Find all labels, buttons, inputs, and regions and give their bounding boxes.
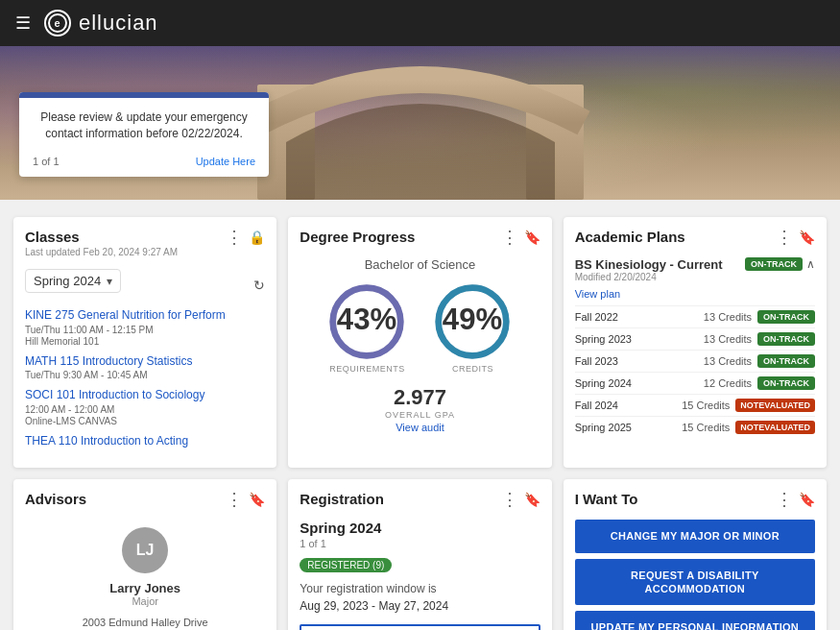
degree-progress-card-icons: ⋮ 🔖: [501, 229, 540, 246]
semester-chevron-icon: ▾: [107, 275, 112, 288]
hero-image: Please review & update your emergency co…: [0, 46, 840, 200]
credits-circle-container: 49% CREDITS: [434, 283, 511, 374]
degree-progress-card-body: Bachelor of Science 43% REQUIREMENTS: [288, 250, 551, 445]
registration-bookmark-icon[interactable]: 🔖: [524, 492, 540, 507]
semester-selector[interactable]: Spring 2024 ▾: [25, 269, 121, 293]
plan-term-row: Fall 2024 15 Credits NOTEVALUATED: [575, 394, 815, 416]
iwant-card-header: I Want To ⋮ 🔖: [564, 479, 827, 512]
class-link[interactable]: KINE 275 General Nutrition for Perform: [25, 308, 265, 324]
classes-refresh-icon[interactable]: ↻: [253, 278, 265, 293]
advisors-card-body: LJ Larry Jones Major 2003 Edmund Halley …: [13, 512, 276, 630]
hero-arch-svg: [228, 65, 612, 200]
plan-term-credits: 12 Credits: [704, 377, 752, 389]
plan-term-right: 15 Credits NOTEVALUATED: [682, 421, 815, 434]
classes-lock-icon: 🔒: [249, 230, 265, 245]
academic-plans-card-title: Academic Plans: [575, 229, 685, 245]
plan-term-credits: 15 Credits: [682, 400, 730, 411]
academic-plans-bookmark-icon[interactable]: 🔖: [799, 230, 815, 245]
plan-term-credits: 15 Credits: [682, 422, 730, 433]
app-name: ellucian: [79, 11, 158, 36]
view-audit-link[interactable]: View audit: [300, 422, 540, 433]
plan-term-label: Spring 2024: [575, 377, 632, 389]
hamburger-menu-icon[interactable]: ☰: [15, 12, 31, 34]
plan-term-label: Spring 2025: [575, 422, 632, 433]
plan-collapse-icon[interactable]: ∧: [806, 257, 815, 271]
plan-term-label: Fall 2024: [575, 400, 618, 411]
classes-card-header: Classes Last updated Feb 20, 2024 9:27 A…: [13, 217, 276, 261]
svg-text:49%: 49%: [443, 303, 502, 336]
advisors-card-icons: ⋮ 🔖: [226, 491, 265, 508]
registration-card-header: Registration ⋮ 🔖: [288, 479, 551, 512]
classes-menu-icon[interactable]: ⋮: [226, 229, 243, 246]
advisors-card-header: Advisors ⋮ 🔖: [13, 479, 276, 512]
plan-term-label: Fall 2022: [575, 311, 618, 323]
plan-term-status-badge: NOTEVALUATED: [735, 399, 815, 412]
iwant-card-body: CHANGE MY MAJOR OR MINORREQUEST A DISABI…: [564, 512, 827, 630]
iwant-button-1[interactable]: REQUEST A DISABILITY ACCOMMODATION: [575, 559, 815, 606]
plan-term-row: Spring 2024 12 Credits ON-TRACK: [575, 372, 815, 394]
iwant-menu-icon[interactable]: ⋮: [776, 491, 793, 508]
view-plan-link[interactable]: View plan: [575, 288, 815, 300]
class-list-item: MATH 115 Introductory Statistics Tue/Thu…: [25, 354, 265, 381]
degree-progress-bookmark-icon[interactable]: 🔖: [524, 230, 540, 245]
plan-term-credits: 13 Credits: [704, 311, 752, 323]
requirements-chart: 43%: [328, 283, 405, 360]
notification-update-link[interactable]: Update Here: [196, 156, 255, 167]
semester-label: Spring 2024: [34, 274, 101, 288]
classes-card-body: Spring 2024 ▾ ↻ KINE 275 General Nutriti…: [13, 261, 276, 468]
iwant-button-2[interactable]: UPDATE MY PERSONAL INFORMATION: [575, 611, 815, 630]
app-logo: e ellucian: [44, 10, 158, 36]
classes-card-icons: ⋮ 🔒: [226, 229, 265, 246]
plan-term-row: Spring 2023 13 Credits ON-TRACK: [575, 327, 815, 350]
ellucian-logo-icon: e: [44, 10, 71, 36]
plan-term-right: 15 Credits NOTEVALUATED: [682, 399, 815, 412]
degree-progress-menu-icon[interactable]: ⋮: [501, 229, 518, 246]
registration-card-title: Registration: [300, 491, 384, 507]
advisor-initials: LJ: [136, 542, 155, 559]
plan-term-right: 12 Credits ON-TRACK: [704, 376, 815, 390]
plan-term-row: Fall 2022 13 Credits ON-TRACK: [575, 305, 815, 327]
academic-plans-card-header: Academic Plans ⋮ 🔖: [564, 217, 827, 250]
plan-modified: Modified 2/20/2024: [575, 272, 723, 282]
requirements-circle-container: 43% REQUIREMENTS: [328, 283, 405, 374]
svg-text:e: e: [54, 17, 60, 29]
iwant-bookmark-icon[interactable]: 🔖: [799, 492, 815, 507]
advisor-name: Larry Jones: [25, 581, 265, 595]
notification-footer: 1 of 1 Update Here: [19, 150, 269, 177]
advisors-bookmark-icon[interactable]: 🔖: [249, 492, 265, 507]
iwant-button-0[interactable]: CHANGE MY MAJOR OR MINOR: [575, 520, 815, 552]
plan-term-credits: 13 Credits: [704, 333, 752, 345]
class-list-item: KINE 275 General Nutrition for Perform T…: [25, 308, 265, 347]
plan-term-status-badge: ON-TRACK: [757, 354, 815, 368]
class-location: Online-LMS CANVAS: [25, 416, 265, 426]
academic-plans-menu-icon[interactable]: ⋮: [776, 229, 793, 246]
registration-card-body: Spring 2024 1 of 1 REGISTERED (9) Your r…: [288, 512, 551, 630]
notification-card: Please review & update your emergency co…: [19, 92, 269, 177]
degree-progress-card-title: Degree Progress: [300, 229, 415, 245]
degree-progress-card: Degree Progress ⋮ 🔖 Bachelor of Science …: [288, 217, 551, 468]
iwant-card-title: I Want To: [575, 491, 638, 507]
iwant-card-icons: ⋮ 🔖: [776, 491, 815, 508]
degree-progress-card-header: Degree Progress ⋮ 🔖: [288, 217, 551, 250]
plan-term-right: 13 Credits ON-TRACK: [704, 332, 815, 346]
registration-card: Registration ⋮ 🔖 Spring 2024 1 of 1 REGI…: [288, 479, 551, 630]
academic-plans-card: Academic Plans ⋮ 🔖 BS Kinesiology - Curr…: [564, 217, 827, 468]
plan-header-row: BS Kinesiology - Current Modified 2/20/2…: [575, 257, 815, 282]
advisors-card: Advisors ⋮ 🔖 LJ Larry Jones Major 2003 E…: [13, 479, 276, 630]
registration-menu-icon[interactable]: ⋮: [501, 491, 518, 508]
progress-circles: 43% REQUIREMENTS 49% CREDITS: [300, 283, 540, 374]
plan-title: BS Kinesiology - Current: [575, 257, 723, 272]
register-button[interactable]: REGISTER: [300, 624, 540, 630]
class-list-item: THEA 110 Introduction to Acting: [25, 434, 265, 449]
class-list-item: SOCI 101 Introduction to Sociology 12:00…: [25, 388, 265, 426]
academic-plans-card-icons: ⋮ 🔖: [776, 229, 815, 246]
class-link[interactable]: MATH 115 Introductory Statistics: [25, 354, 265, 370]
advisor-address: 2003 Edmund Halley Drive Reston, VA 2019…: [25, 615, 265, 630]
plan-term-row: Spring 2025 15 Credits NOTEVALUATED: [575, 416, 815, 438]
class-link[interactable]: THEA 110 Introduction to Acting: [25, 434, 265, 449]
iwant-card: I Want To ⋮ 🔖 CHANGE MY MAJOR OR MINORRE…: [564, 479, 827, 630]
classes-card-subtitle: Last updated Feb 20, 2024 9:27 AM: [25, 247, 178, 257]
advisors-menu-icon[interactable]: ⋮: [226, 491, 243, 508]
registration-status-badge: REGISTERED (9): [300, 558, 392, 572]
class-link[interactable]: SOCI 101 Introduction to Sociology: [25, 388, 265, 403]
